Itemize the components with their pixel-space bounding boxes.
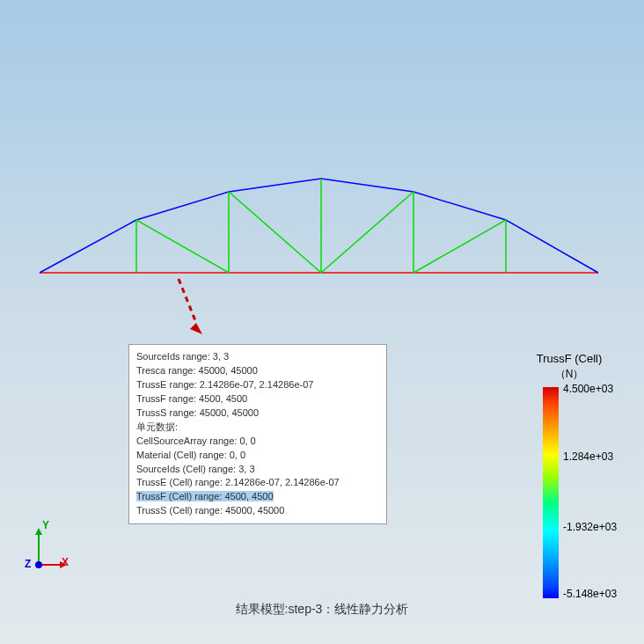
info-line: TrussS (Cell) range: 45000, 45000 (136, 504, 379, 518)
svg-marker-11 (190, 323, 202, 334)
scalar-unit: （N） (516, 367, 622, 382)
info-line: SourceIds range: 3, 3 (136, 350, 379, 364)
scale-label: -1.932e+03 (563, 521, 617, 533)
info-line: TrussE (Cell) range: 2.14286e-07, 2.1428… (136, 476, 379, 490)
info-line: TrussS range: 45000, 45000 (136, 406, 379, 421)
viewport[interactable]: SourceIds range: 3, 3 Tresca range: 4500… (0, 0, 644, 644)
svg-line-9 (413, 220, 506, 273)
scalar-bar: TrussF (Cell) （N） 4.500e+03 1.284e+03 -1… (516, 352, 622, 598)
svg-line-10 (179, 279, 196, 323)
info-line: 单元数据: (136, 421, 379, 435)
svg-line-7 (229, 192, 321, 273)
scale-label: 1.284e+03 (563, 450, 613, 463)
axis-triad: Y X Z (19, 523, 72, 575)
info-line-highlighted: TrussF (Cell) range: 4500, 4500 (136, 490, 379, 504)
scale-label: 4.500e+03 (563, 383, 613, 395)
svg-marker-13 (35, 528, 42, 535)
scale-label: -5.148e+03 (563, 588, 617, 600)
info-line: SourceIds (Cell) range: 3, 3 (136, 463, 379, 477)
color-gradient (543, 387, 559, 598)
info-line: TrussF range: 4500, 4500 (136, 392, 379, 406)
info-tooltip: SourceIds range: 3, 3 Tresca range: 4500… (128, 344, 387, 524)
svg-point-16 (35, 561, 42, 568)
scalar-title: TrussF (Cell) (516, 352, 622, 365)
info-line: Material (Cell) range: 0, 0 (136, 449, 379, 463)
svg-line-6 (136, 220, 229, 273)
axis-y-label: Y (42, 519, 49, 531)
info-line: CellSourceArray range: 0, 0 (136, 435, 379, 449)
result-caption: 结果模型:step-3：线性静力分析 (0, 602, 644, 618)
callout-arrow (148, 274, 218, 345)
svg-line-8 (321, 192, 413, 273)
info-line: Tresca range: 45000, 45000 (136, 364, 379, 378)
axis-z-label: Z (25, 558, 31, 570)
info-line: TrussE range: 2.14286e-07, 2.14286e-07 (136, 378, 379, 392)
axis-x-label: X (62, 556, 69, 568)
